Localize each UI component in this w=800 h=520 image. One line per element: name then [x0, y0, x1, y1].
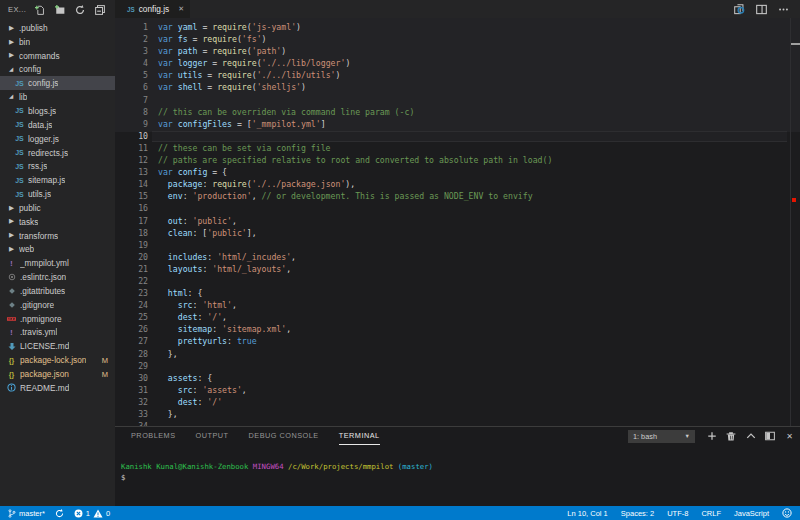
tree-folder-publish[interactable]: ▶.publish: [0, 21, 115, 35]
code-line: [158, 275, 552, 287]
line-number: 28: [115, 348, 148, 360]
code-line: src: 'html',: [158, 299, 552, 311]
refresh-icon[interactable]: [74, 4, 85, 15]
tree-folder-commands[interactable]: ▶commands: [0, 49, 115, 63]
tree-folder-transforms[interactable]: ▶transforms: [0, 229, 115, 243]
open-changes-icon[interactable]: [734, 4, 745, 15]
tree-file-packagelockjson[interactable]: {}package-lock.jsonM: [0, 353, 115, 367]
error-count[interactable]: 1: [74, 509, 90, 518]
code-line: includes: 'html/_incudes',: [158, 251, 552, 263]
line-number: 10: [115, 130, 148, 142]
info-icon: [7, 383, 16, 392]
more-actions-icon[interactable]: [778, 4, 789, 15]
collapse-all-icon[interactable]: [94, 4, 105, 15]
file-label: logger.js: [28, 134, 59, 144]
code-line: env: 'production', // or development. Th…: [158, 190, 552, 202]
tree-file-gitignore[interactable]: .gitignore: [0, 298, 115, 312]
tree-folder-public[interactable]: ▶public: [0, 201, 115, 215]
tree-folder-tasks[interactable]: ▶tasks: [0, 215, 115, 229]
file-label: .eslintrc.json: [20, 272, 66, 282]
file-label: redirects.js: [28, 148, 68, 158]
split-editor-icon[interactable]: [756, 4, 767, 15]
tree-folder-web[interactable]: ▶web: [0, 243, 115, 257]
line-number: 13: [115, 166, 148, 178]
move-panel-icon[interactable]: [765, 431, 776, 441]
code-line: package: require('./../package.json'),: [158, 178, 552, 190]
chevron-right-icon: ▶: [9, 25, 16, 32]
line-number: 17: [115, 215, 148, 227]
encoding[interactable]: UTF-8: [667, 509, 688, 518]
code-content: var yaml = require('js-yaml')var fs = re…: [158, 21, 552, 426]
tab-label: config.js: [139, 4, 169, 14]
feedback-smiley-icon[interactable]: [782, 508, 792, 518]
chevron-right-icon: ▶: [9, 205, 16, 212]
new-terminal-icon[interactable]: [706, 431, 717, 441]
terminal-output[interactable]: Kanishk Kunal@Kanishk-Zenbook MINGW64 /c…: [115, 445, 800, 483]
code-line: [158, 202, 552, 214]
tab-output[interactable]: OUTPUT: [196, 427, 229, 445]
gear-icon: [7, 273, 16, 281]
tree-file-loggerjs[interactable]: JSlogger.js: [0, 132, 115, 146]
js-icon: JS: [15, 121, 24, 128]
sync-status[interactable]: [55, 509, 64, 518]
new-folder-icon[interactable]: [54, 4, 65, 15]
tab-close-icon[interactable]: ✕: [178, 5, 184, 13]
terminal-select[interactable]: 1: bash ▼: [628, 430, 695, 443]
tree-file-redirectsjs[interactable]: JSredirects.js: [0, 146, 115, 160]
line-number: 31: [115, 384, 148, 396]
tree-folder-lib[interactable]: ◢lib: [0, 90, 115, 104]
tree-file-datajs[interactable]: JSdata.js: [0, 118, 115, 132]
close-panel-icon[interactable]: ✕: [784, 432, 795, 441]
tree-file-npmignore[interactable]: .npmignore: [0, 312, 115, 326]
git-branch-status[interactable]: master*: [8, 509, 45, 518]
diamond-icon: [7, 301, 16, 309]
line-number: 14: [115, 178, 148, 190]
line-number: 26: [115, 323, 148, 335]
tree-file-mmpilotyml[interactable]: !_mmpilot.yml: [0, 256, 115, 270]
git-modified-badge: M: [102, 356, 108, 365]
line-number: 8: [115, 106, 148, 118]
warning-count[interactable]: 0: [93, 509, 110, 518]
tree-file-packagejson[interactable]: {}package.jsonM: [0, 367, 115, 381]
kill-terminal-icon[interactable]: [726, 431, 737, 441]
editor-column: JS config.js ✕: [115, 0, 800, 506]
line-number: 32: [115, 396, 148, 408]
code-line: // these can be set via config file: [158, 142, 552, 154]
tab-problems[interactable]: PROBLEMS: [131, 427, 176, 445]
code-line: prettyurls: true: [158, 335, 552, 347]
language-mode[interactable]: JavaScript: [734, 509, 769, 518]
code-editor[interactable]: 1234567891011121314151617181920212223242…: [115, 18, 800, 426]
line-number: 22: [115, 275, 148, 287]
tree-file-LICENSEmd[interactable]: LICENSE.md: [0, 339, 115, 353]
tree-folder-bin[interactable]: ▶bin: [0, 35, 115, 49]
tab-terminal[interactable]: TERMINAL: [339, 427, 380, 445]
line-number: 5: [115, 69, 148, 81]
vscode-window: EX... ▶.publish▶bin▶commands◢: [0, 0, 800, 520]
tree-file-utilsjs[interactable]: JSutils.js: [0, 187, 115, 201]
code-line: dest: '/',: [158, 311, 552, 323]
tree-file-sitemapjs[interactable]: JSsitemap.js: [0, 173, 115, 187]
line-number: 20: [115, 251, 148, 263]
indentation[interactable]: Spaces: 2: [621, 509, 654, 518]
tree-file-rssjs[interactable]: JSrss.js: [0, 159, 115, 173]
maximize-panel-icon[interactable]: [745, 431, 756, 441]
line-number: 23: [115, 287, 148, 299]
tree-folder-config[interactable]: ◢config: [0, 63, 115, 77]
tree-file-blogsjs[interactable]: JSblogs.js: [0, 104, 115, 118]
line-number: 33: [115, 408, 148, 420]
code-line: var configFiles = ['_mmpilot.yml']: [158, 118, 552, 130]
eol[interactable]: CRLF: [701, 509, 721, 518]
tree-file-eslintrcjson[interactable]: .eslintrc.json: [0, 270, 115, 284]
new-file-icon[interactable]: [34, 4, 45, 15]
line-number: 16: [115, 202, 148, 214]
tree-file-gitattributes[interactable]: .gitattributes: [0, 284, 115, 298]
excl-icon: !: [7, 329, 16, 336]
tree-file-travisyml[interactable]: !.travis.yml: [0, 326, 115, 340]
tab-config-js[interactable]: JS config.js ✕: [115, 0, 190, 18]
code-line: // this can be overriden via command lin…: [158, 106, 552, 118]
chevron-down-icon: ▼: [685, 433, 690, 439]
cursor-position[interactable]: Ln 10, Col 1: [567, 509, 607, 518]
tab-debug-console[interactable]: DEBUG CONSOLE: [249, 427, 319, 445]
tree-file-configjs[interactable]: JSconfig.js: [0, 76, 115, 90]
tree-file-READMEmd[interactable]: README.md: [0, 381, 115, 395]
